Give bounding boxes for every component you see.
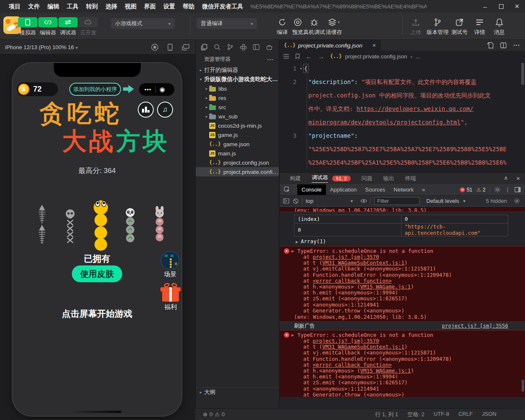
log-source-link[interactable]: project.js? [sm]:3556 [442, 322, 508, 330]
nav-forward-icon[interactable]: → [318, 53, 324, 60]
open-editors-section[interactable]: ▸ 打开的编辑器 [196, 66, 279, 75]
add-to-miniprogram-button[interactable]: 添加到我的小程序 [69, 83, 121, 96]
mode-select[interactable]: 小游戏模式 ▾ [111, 18, 175, 29]
statusbar-item[interactable]: 空格: 2 [407, 411, 424, 418]
more-tabs-icon[interactable]: » [418, 184, 429, 195]
log-levels-select[interactable]: Default levels▼ [423, 198, 470, 204]
simulator-toggle-button[interactable]: 模拟器 [18, 17, 37, 37]
tab-terminal[interactable]: 终端 [405, 175, 416, 182]
use-skin-button[interactable]: 使用皮肤 [72, 265, 122, 282]
stack-link[interactable]: miniprogram/dev/devtools/projectconfig.h… [308, 119, 460, 126]
stack-link[interactable]: https://developers.weixin.qq.com/ [357, 105, 473, 112]
tab-build[interactable]: 构建 [290, 175, 301, 182]
kebab-menu-icon[interactable]: ⋮ [505, 186, 510, 193]
code-line[interactable]: "%25E5%258D%2587%25E7%25BA%25A7%25E7%258… [280, 142, 525, 156]
tab-output[interactable]: 输出 [383, 175, 394, 182]
nav-back-icon[interactable]: ← [306, 53, 312, 60]
console-scrollbar[interactable] [522, 380, 524, 391]
inspect-element-button[interactable] [284, 186, 294, 193]
code-area[interactable]: 1▾{2"description": "项目私有配置文件。此文件中的内容将覆盖p… [280, 62, 525, 172]
menu-item[interactable]: 项目 [5, 0, 24, 13]
open-changes-icon[interactable] [487, 42, 494, 49]
source-control-icon[interactable] [227, 44, 234, 50]
close-panel-icon[interactable]: × [516, 175, 520, 182]
stack-link[interactable]: <error callback function> [313, 278, 392, 284]
file-game-json[interactable]: {..}game.json [196, 139, 279, 149]
music-toggle-button[interactable]: ♫ [157, 102, 173, 118]
skin-skull[interactable] [65, 209, 76, 245]
settings-gear-icon[interactable] [494, 186, 501, 193]
files-icon[interactable] [201, 44, 207, 50]
explorer-more-button[interactable]: ··· [268, 57, 274, 63]
menu-item[interactable]: 选择 [102, 0, 121, 13]
statusbar-item[interactable]: UTF-8 [434, 411, 449, 418]
menu-item[interactable]: 编辑 [44, 0, 63, 13]
search-icon[interactable] [214, 44, 220, 50]
context-select[interactable]: top▼ [302, 198, 357, 204]
upload-button[interactable]: 上传 [404, 17, 428, 36]
version-control-button[interactable]: 版本管理 [425, 17, 450, 36]
debugger-toggle-button[interactable]: 调试器 [58, 17, 78, 37]
stack-link[interactable]: project.js? [sm]:3570 [313, 338, 379, 344]
stack-link[interactable]: VM31 WAGameSubContext.js:1 [322, 260, 404, 266]
scene-button[interactable] [161, 251, 179, 270]
plugin-teapot-icon[interactable] [266, 44, 273, 50]
devtab-network[interactable]: Network [389, 184, 418, 195]
breadcrumb-more[interactable]: ... [415, 53, 420, 60]
menu-item[interactable]: 工具 [63, 0, 82, 13]
file-project-config[interactable]: {..}project.config.json [196, 158, 279, 167]
code-line[interactable]: %25AE%25E4%25BF%25A1%25E5%25B0%258F%25E6… [280, 156, 525, 169]
exit-button[interactable]: ◉ [160, 86, 165, 93]
menu-item[interactable]: 文件 [24, 0, 44, 13]
tab-project-private-config[interactable]: {..} project.private.config.json × [280, 40, 381, 51]
statusbar-item[interactable]: CRLF [458, 411, 472, 418]
folder-res[interactable]: ▸res [196, 93, 279, 102]
device-select[interactable]: iPhone 12/13 (Pro) 100% 16▾ [5, 44, 78, 50]
code-line[interactable]: project.config.json 中的相同字段。项目的改动优先同步到此文 [280, 89, 525, 102]
menu-item[interactable]: 界面 [140, 0, 160, 13]
devtab-sources[interactable]: Sources [361, 184, 389, 195]
editor-toggle-button[interactable]: 编辑器 [38, 17, 58, 37]
file-main-js[interactable]: JSmain.js [196, 149, 279, 158]
menu-item[interactable]: 帮助 [179, 0, 198, 13]
folder-libs[interactable]: ▸libs [196, 84, 279, 93]
stop-icon[interactable] [151, 44, 158, 51]
more-menu-button[interactable]: ••• [144, 87, 152, 93]
problems-summary[interactable]: ⊗0 ⚠0 [203, 411, 225, 417]
outline-section[interactable]: ▸ 大纲 [196, 387, 279, 396]
menu-item[interactable]: 微信开发者工具 [198, 0, 247, 13]
phone-screen[interactable]: S 72 添加到我的小程序 ••• ◉ 贪吃蛇 大战方块 ♫ 最高分: 364 [13, 63, 181, 416]
extensions-icon[interactable] [240, 44, 247, 50]
folder-src[interactable]: ▸src [196, 102, 279, 112]
stack-link[interactable]: VM15 WAGame.js:1 [360, 368, 410, 374]
console-sidebar-icon[interactable] [283, 198, 289, 204]
bookmark-icon[interactable] [295, 53, 300, 59]
skin-fishbone[interactable] [37, 205, 47, 247]
leaderboard-button[interactable] [138, 102, 154, 118]
filter-input[interactable] [374, 197, 420, 205]
menu-item[interactable]: 转到 [82, 0, 102, 13]
clear-cache-button[interactable]: ▾ 清缓存 [322, 17, 346, 36]
collapse-panel-icon[interactable]: ∧ [504, 175, 508, 182]
code-line[interactable]: 件中。详见文档: https://developers.weixin.qq.co… [280, 102, 525, 116]
file-game-js[interactable]: JSgame.js [196, 130, 279, 139]
clear-console-icon[interactable] [293, 198, 299, 204]
array-log-row[interactable]: ▶Array(1) [280, 236, 525, 246]
console-warning-summary[interactable]: ⚠2 [477, 187, 486, 193]
breadcrumb-file[interactable]: project.private.config.json [345, 53, 407, 60]
skin-yellow-selected[interactable] [93, 200, 108, 253]
project-root-folder[interactable]: ▾ 升级版微信小游戏贪吃蛇大作战程... [196, 75, 279, 84]
messages-button[interactable]: 消息 [487, 17, 512, 36]
stack-link[interactable]: VM31 WAGameSubContext.js:1 [322, 344, 404, 350]
console-error-summary[interactable]: ✕51 [460, 187, 472, 193]
outline-list-icon[interactable] [283, 54, 289, 59]
devtab-application[interactable]: Application [326, 184, 361, 195]
close-tab-icon[interactable]: × [373, 42, 376, 49]
dock-side-icon[interactable] [514, 187, 521, 192]
statusbar-item[interactable]: 行 1, 列 1 [375, 411, 398, 418]
console-settings-icon[interactable] [514, 198, 520, 204]
multi-window-icon[interactable] [182, 44, 189, 50]
code-line[interactable]: 2"description": "项目私有配置文件。此文件中的内容将覆盖 [280, 75, 525, 89]
folder-wx-sub[interactable]: ▸wx_sub [196, 112, 279, 121]
devtab-console[interactable]: Console [297, 184, 326, 195]
